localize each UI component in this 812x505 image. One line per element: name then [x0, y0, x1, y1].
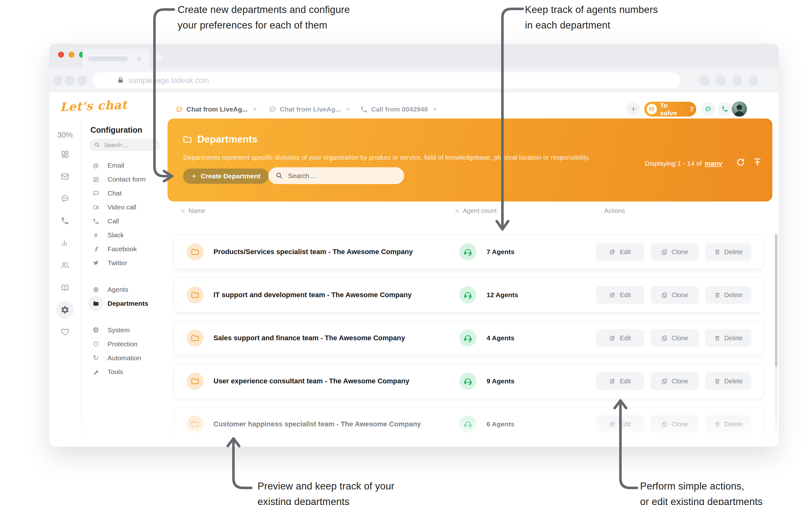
edit-button[interactable]: Edit	[596, 243, 644, 261]
rail-item-call[interactable]	[56, 212, 74, 230]
sidebar-item-email[interactable]: @Email	[82, 158, 169, 172]
departments-search-input[interactable]	[287, 170, 393, 182]
sidebar-item-tools[interactable]: Tools	[82, 365, 169, 379]
sidebar-item-chat[interactable]: Chat	[82, 186, 169, 200]
sidebar-item-contact-form[interactable]: Contact form	[82, 172, 169, 186]
sidebar-item-slack[interactable]: #Slack	[82, 228, 169, 242]
calls-button[interactable]	[718, 102, 732, 116]
delete-button[interactable]: Delete	[705, 372, 751, 390]
rail-item-book[interactable]	[56, 279, 74, 297]
forward-button[interactable]	[65, 76, 75, 86]
sidebar-item-facebook[interactable]: fFacebook	[82, 242, 169, 256]
sort-icon[interactable]	[180, 208, 186, 214]
rail-item-mail[interactable]	[56, 168, 74, 185]
departments-search[interactable]	[268, 167, 404, 184]
new-tab-button[interactable]	[154, 53, 163, 62]
sidebar-item-automation[interactable]: ↻Automation	[82, 351, 169, 365]
sort-icon[interactable]	[454, 208, 460, 214]
tab-label: Chat from LiveAg...	[280, 106, 341, 113]
sidebar-item-protection[interactable]: Protection	[82, 337, 169, 351]
traffic-light-close[interactable]	[58, 52, 64, 58]
tab-close-icon[interactable]: ×	[433, 105, 437, 114]
rail-item-heart[interactable]	[56, 323, 74, 341]
sidebar-item-departments[interactable]: Departments	[82, 297, 169, 311]
heart-icon	[61, 328, 70, 336]
ticket-tab[interactable]: Call from 0042948×	[360, 104, 437, 115]
column-label: Agent count	[463, 207, 497, 214]
scrollbar-thumb[interactable]	[775, 234, 778, 367]
delete-button[interactable]: Delete	[705, 286, 751, 304]
clone-button[interactable]: Clone	[651, 415, 699, 433]
edit-button[interactable]: Edit	[596, 415, 644, 433]
to-solve-button[interactable]: To solve 7	[644, 102, 696, 117]
ticket-tab[interactable]: Chat from LiveAg...×	[176, 104, 257, 115]
browser-tab-close[interactable]	[137, 57, 141, 61]
scroll-to-top-icon[interactable]	[753, 157, 762, 167]
clone-button[interactable]: Clone	[651, 329, 699, 347]
app-topbar: Let's chat Chat from LiveAg...×Chat from…	[49, 93, 779, 121]
add-button[interactable]	[626, 102, 641, 116]
column-label: Actions	[604, 207, 625, 214]
create-department-button[interactable]: Create Department	[183, 169, 269, 184]
table-row: Products/Services specialist team - The …	[174, 234, 764, 269]
department-folder-icon	[187, 373, 204, 390]
refresh-icon[interactable]	[736, 157, 745, 167]
displaying-many-link[interactable]: many	[705, 160, 722, 167]
sidebar-item-agents[interactable]: Agents	[82, 283, 169, 297]
edit-button[interactable]: Edit	[596, 372, 644, 390]
address-bar[interactable]: samplepage.ladesk.com	[92, 72, 680, 89]
clone-button[interactable]: Clone	[651, 243, 699, 261]
department-name: Sales support and finance team - The Awe…	[214, 321, 405, 355]
gear-icon	[61, 305, 70, 314]
browser-action-3[interactable]	[732, 76, 742, 86]
sidebar-title: Configuration	[90, 126, 142, 135]
sidebar-item-video-call[interactable]: Video call	[82, 200, 169, 214]
reload-button[interactable]	[77, 76, 87, 86]
chat-bubble-icon	[61, 194, 70, 203]
sidebar-item-call[interactable]: Call	[82, 214, 169, 228]
sidebar-item-system[interactable]: ⚙System	[82, 323, 169, 337]
globe-icon	[91, 285, 101, 294]
delete-button[interactable]: Delete	[705, 415, 751, 433]
user-avatar[interactable]	[732, 102, 747, 117]
clone-button[interactable]: Clone	[651, 372, 699, 390]
panel-title-row: Departments	[183, 134, 257, 145]
browser-action-4[interactable]	[748, 76, 759, 86]
column-header-name[interactable]: Name	[180, 207, 205, 214]
column-header-agent-count[interactable]: Agent count	[454, 207, 497, 214]
ticket-tab[interactable]: Chat from LiveAg...×	[269, 104, 350, 115]
delete-button[interactable]: Delete	[705, 329, 751, 347]
edit-button[interactable]: Edit	[596, 286, 644, 304]
rail-item-stats[interactable]	[56, 234, 74, 252]
sidebar-search[interactable]	[90, 139, 160, 151]
clone-button[interactable]: Clone	[651, 286, 699, 304]
sidebar-search-input[interactable]	[103, 140, 155, 150]
tab-close-icon[interactable]: ×	[346, 105, 350, 114]
browser-action-1[interactable]	[700, 76, 710, 86]
rail-item-grid[interactable]	[56, 145, 74, 163]
folder-filled-icon	[93, 300, 99, 307]
browser-tab[interactable]	[83, 49, 150, 68]
rail-item-people[interactable]	[56, 256, 74, 274]
department-folder-icon	[187, 243, 204, 261]
edit-button[interactable]: Edit	[596, 329, 644, 347]
traffic-light-minimize[interactable]	[69, 52, 75, 58]
form-icon	[91, 175, 101, 184]
column-label: Name	[189, 207, 205, 214]
delete-button[interactable]: Delete	[705, 243, 751, 261]
chat-bubble-icon	[176, 106, 183, 114]
agent-count: 12 Agents	[487, 278, 518, 312]
departments-panel-header: Departments Departments represent specif…	[167, 119, 772, 201]
chats-button[interactable]	[701, 102, 715, 116]
lock-icon	[117, 76, 124, 84]
tab-close-icon[interactable]: ×	[253, 105, 257, 114]
column-header-actions: Actions	[604, 207, 625, 214]
globe-icon	[93, 286, 99, 293]
rail-item-gear[interactable]	[56, 301, 74, 319]
sidebar-item-twitter[interactable]: Twitter	[82, 256, 169, 270]
action-label: Delete	[724, 248, 743, 256]
back-button[interactable]	[53, 76, 63, 86]
rail-item-chat-bubble[interactable]	[56, 190, 74, 207]
book-icon	[61, 283, 70, 292]
browser-action-2[interactable]	[716, 76, 726, 86]
